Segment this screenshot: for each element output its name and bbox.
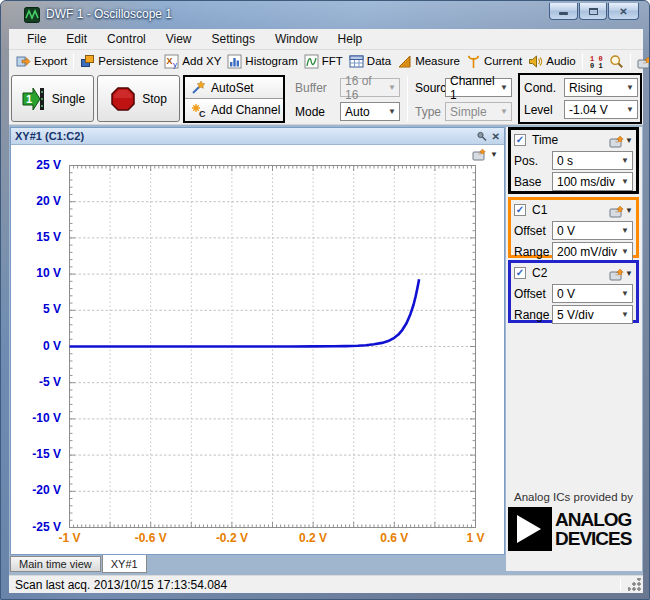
tab-main-time-view[interactable]: Main time view [10,556,101,572]
sponsor-block: Analog ICs provided by ANALOG DEVICES [508,491,639,551]
time-export-button[interactable]: ▼ [609,133,633,148]
row-label: Pos. [514,154,552,168]
stop-button[interactable]: Stop [97,75,180,122]
time-base-select[interactable]: 100 ms/div▼ [552,172,633,191]
level-value: -1.04 V [569,103,608,117]
y-tick-label: -5 V [13,375,61,389]
x-tick-label: -0.2 V [208,531,256,545]
toolbar-zoom-button[interactable] [606,53,627,70]
add-channel-button[interactable]: C Add Channel [185,99,283,121]
toolbar-histogram-button[interactable]: Histogram [224,53,300,70]
chevron-down-icon: ▼ [621,247,629,256]
xy-plot-header[interactable]: XY#1 (C1:C2) ✕ [11,128,504,145]
c2-range-select[interactable]: 5 V/div▼ [552,305,633,324]
toolbar-export-button[interactable]: Export [13,53,70,70]
c1-offset-select[interactable]: 0 V▼ [552,221,633,240]
menu-view[interactable]: View [156,30,202,48]
brand-line-2: DEVICES [555,529,631,548]
c2-panel-label: C2 [532,266,609,280]
chevron-down-icon: ▼ [621,156,629,165]
tab-xy-1[interactable]: XY#1 [102,555,147,573]
menu-control[interactable]: Control [97,30,156,48]
workspace: XY#1 (C1:C2) ✕ ▼ 25 V20 V15 [9,125,643,575]
pin-icon[interactable] [476,131,487,142]
value: 0 s [557,154,573,168]
row-label: Base [514,175,552,189]
analog-devices-wordmark: ANALOG DEVICES [555,510,631,548]
chevron-down-icon: ▼ [621,177,629,186]
toolbar-label: Audio [546,55,575,67]
autoset-button[interactable]: AutoSet [185,77,283,99]
chevron-down-icon: ▼ [500,83,508,92]
autoset-icon [191,80,206,95]
buffer-label: Buffer [295,81,327,95]
toolbar-data-button[interactable]: Data [346,53,394,70]
time-pos-select[interactable]: 0 s▼ [552,151,633,170]
view-tabs: Main time viewXY#1 [10,555,148,573]
mode-value: Auto [345,105,370,119]
close-button[interactable]: ✕ [608,3,639,20]
toolbar-label: Persistence [98,55,158,67]
level-label: Level [524,103,553,117]
type-select[interactable]: Simple▼ [445,102,512,121]
close-panel-icon[interactable]: ✕ [492,131,500,142]
svg-text:1: 1 [26,93,32,105]
c1-panel-label: C1 [532,203,609,217]
resize-grip[interactable] [628,578,641,591]
minimize-button[interactable] [549,3,578,20]
menu-file[interactable]: File [17,30,56,48]
mode-select[interactable]: Auto▼ [340,102,400,121]
chevron-down-icon: ▼ [500,107,508,116]
stop-icon [110,86,136,112]
toolbar-logic-button[interactable]: 1 00 1 [586,53,606,70]
toolbar-audio-button[interactable]: Audio [525,53,578,70]
xy-plot-title: XY#1 (C1:C2) [15,130,471,142]
chevron-down-icon: ▼ [626,105,634,114]
toolbar-measure-button[interactable]: Measure [394,53,463,70]
level-select[interactable]: -1.04 V▼ [564,100,638,119]
c2-range-row: Range5 V/div▼ [511,304,636,325]
buffer-select[interactable]: 16 of 16▼ [340,78,400,97]
c1-range-select[interactable]: 200 mV/div▼ [552,242,633,261]
toolbar-persistence-button[interactable]: Persistence [77,53,161,70]
window-controls: ✕ [548,3,639,20]
maximize-button[interactable] [579,3,607,20]
fft-icon [304,54,319,69]
c2-offset-select[interactable]: 0 V▼ [552,284,633,303]
c2-enable-checkbox[interactable]: ✓ [514,267,526,279]
y-tick-label: 0 V [13,339,61,353]
cond-select[interactable]: Rising▼ [564,78,638,97]
xy-plot-area[interactable]: ▼ 25 V20 V15 V10 V5 V0 V-5 V-10 V-15 V-2… [11,145,504,554]
c1-enable-checkbox[interactable]: ✓ [514,204,526,216]
toolbar: ExportPersistenceXyAdd XYHistogramFFTDat… [9,49,643,72]
toolbar-publish-button[interactable] [634,53,650,70]
menu-help[interactable]: Help [328,30,373,48]
c2-panel: ✓C2▼Offset0 V▼Range5 V/div▼ [508,260,639,323]
menu-window[interactable]: Window [265,30,328,48]
x-tick-label: -0.6 V [127,531,175,545]
menu-settings[interactable]: Settings [202,30,265,48]
x-tick-label: 0.2 V [289,531,337,545]
title-bar[interactable]: DWF 1 - Oscilloscope 1 ✕ [1,1,649,29]
audio-icon [528,54,543,69]
time-enable-checkbox[interactable]: ✓ [514,134,526,146]
c2-export-button[interactable]: ▼ [609,266,633,281]
chevron-down-icon: ▼ [621,226,629,235]
logic-icon: 1 00 1 [589,54,603,69]
menu-edit[interactable]: Edit [56,30,97,48]
y-tick-label: 15 V [13,230,61,244]
c1-export-button[interactable]: ▼ [609,203,633,218]
toolbar-add-xy-button[interactable]: XyAdd XY [161,53,224,70]
stop-label: Stop [142,92,167,106]
x-tick-label: -1 V [46,531,94,545]
brand-line-1: ANALOG [555,510,631,529]
toolbar-fft-button[interactable]: FFT [301,53,346,70]
status-bar: Scan last acq. 2013/10/15 17:13:54.084 [9,575,643,593]
sponsor-caption: Analog ICs provided by [508,491,639,503]
xy-chart [11,145,506,554]
channel-sidebar: Analog ICs provided by ANALOG DEVICES ✓T… [506,127,642,571]
toolbar-current-button[interactable]: Current [463,53,525,70]
source-select[interactable]: Channel 1▼ [445,78,512,97]
single-button[interactable]: 1 Single [11,75,94,122]
trigger-group: Cond. Rising▼ Level -1.04 V▼ [518,73,642,124]
